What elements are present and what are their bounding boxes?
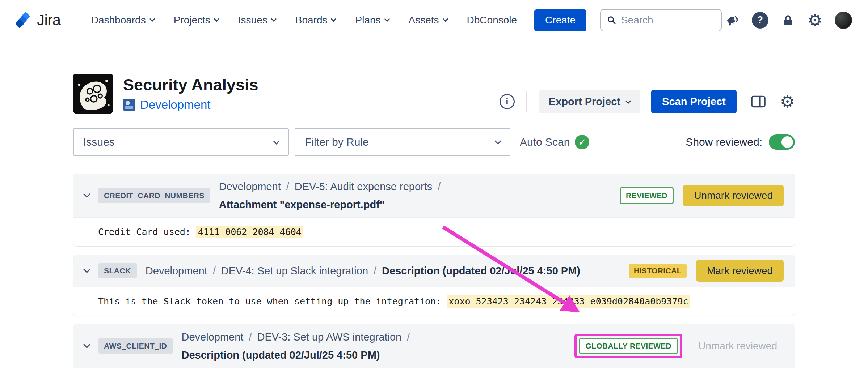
nav-boards[interactable]: Boards [295, 14, 336, 26]
status-badge: HISTORICAL [629, 264, 687, 278]
nav-assets-label: Assets [409, 14, 439, 26]
show-reviewed-control: Show reviewed: [686, 134, 795, 150]
project-titles: Security Analysis Development [123, 76, 258, 112]
breadcrumb-separator: / [213, 263, 216, 278]
nav-dashboards[interactable]: Dashboards [91, 14, 154, 26]
jira-logo-icon [16, 12, 33, 29]
unmark-reviewed-button[interactable]: Unmark reviewed [683, 185, 784, 206]
chevron-down-icon [442, 16, 448, 22]
breadcrumb-separator: / [438, 179, 441, 194]
toggle-knob [781, 136, 793, 148]
collapse-chevron-icon[interactable] [83, 266, 90, 273]
nav-issues[interactable]: Issues [238, 14, 276, 26]
rule-filter-value: Filter by Rule [305, 136, 369, 148]
breadcrumb: Development / DEV-3: Set up AWS integrat… [182, 329, 566, 363]
chevron-down-icon [331, 16, 337, 22]
breadcrumb-project: Development [219, 179, 281, 194]
nav-assets[interactable]: Assets [409, 14, 447, 26]
export-project-label: Export Project [549, 96, 620, 108]
breadcrumb-separator: / [407, 329, 410, 345]
snippet-secret-highlight: 4111 0062 2084 4604 [196, 226, 303, 238]
collapse-chevron-icon[interactable] [83, 191, 90, 198]
project-page: Security Analysis Development i Export P… [73, 74, 795, 376]
announcement-icon[interactable] [724, 13, 740, 28]
board-layout-icon[interactable] [750, 93, 767, 110]
project-link[interactable]: Development [140, 98, 210, 112]
search-box[interactable] [600, 9, 722, 31]
project-settings-gear-icon[interactable]: ⚙ [780, 93, 795, 110]
breadcrumb: Development / DEV-4: Set up Slack integr… [146, 263, 580, 278]
finding-header[interactable]: CREDIT_CARD_NUMBERS Development / DEV-5:… [73, 174, 795, 217]
nav-projects[interactable]: Projects [174, 14, 219, 26]
breadcrumb-location: Description (updated 02/Jul/25 4:50 PM) [182, 347, 380, 363]
show-reviewed-toggle[interactable] [769, 134, 795, 150]
scan-project-button[interactable]: Scan Project [651, 90, 737, 113]
finding-actions: GLOBALLY REVIEWED Unmark reviewed [574, 334, 784, 358]
export-project-button[interactable]: Export Project [539, 90, 640, 113]
info-icon[interactable]: i [500, 94, 515, 109]
nav-boards-label: Boards [295, 14, 328, 26]
chevron-down-icon [494, 138, 501, 144]
check-circle-icon: ✓ [575, 135, 589, 149]
annotation-highlight-box: GLOBALLY REVIEWED [574, 334, 682, 358]
breadcrumb-project: Development [182, 329, 244, 345]
lock-icon[interactable] [781, 13, 795, 27]
nav-issues-label: Issues [238, 14, 267, 26]
finding-header[interactable]: SLACK Development / DEV-4: Set up Slack … [73, 255, 795, 287]
nav-projects-label: Projects [174, 14, 210, 26]
mark-reviewed-button[interactable]: Mark reviewed [696, 260, 784, 282]
top-navigation-bar: Jira Dashboards Projects Issues Boards P… [0, 0, 868, 40]
auto-scan-status: Auto Scan ✓ [520, 135, 589, 149]
vertical-divider [526, 91, 527, 112]
rule-badge: AWS_CLIENT_ID [98, 338, 173, 354]
project-actions: i Export Project Scan Project ⚙ [500, 90, 795, 113]
status-badge: GLOBALLY REVIEWED [579, 338, 678, 354]
finding-header[interactable]: AWS_CLIENT_ID Development / DEV-3: Set u… [73, 324, 795, 368]
search-icon [607, 14, 617, 26]
issues-filter-value: Issues [83, 136, 115, 148]
project-subtitle: Development [123, 98, 258, 112]
project-avatar [73, 74, 113, 114]
breadcrumb-separator: / [286, 179, 289, 194]
help-icon[interactable]: ? [752, 12, 768, 29]
finding-snippet: The AWS access key should look like AKIA… [73, 368, 795, 376]
jira-logo[interactable]: Jira [16, 12, 61, 29]
user-avatar[interactable] [835, 12, 852, 29]
issues-filter-select[interactable]: Issues [73, 128, 289, 156]
rule-badge: SLACK [98, 263, 137, 278]
top-right-icons: ? ⚙ [724, 12, 852, 29]
snippet-text: This is the Slack token to use when sett… [98, 296, 447, 307]
chevron-down-icon [384, 16, 390, 22]
finding-actions: REVIEWED Unmark reviewed [620, 185, 784, 206]
breadcrumb-issue: DEV-4: Set up Slack integration [221, 263, 368, 278]
finding-card-aws: AWS_CLIENT_ID Development / DEV-3: Set u… [73, 324, 795, 376]
main-nav: Dashboards Projects Issues Boards Plans … [91, 14, 517, 26]
chevron-down-icon [273, 138, 279, 144]
breadcrumb-issue: DEV-3: Set up AWS integration [257, 329, 401, 345]
snippet-text: Credit Card used: [98, 227, 196, 237]
status-badge: REVIEWED [620, 187, 674, 204]
project-mini-icon [123, 99, 135, 111]
finding-snippet: This is the Slack token to use when sett… [73, 287, 795, 316]
settings-gear-icon[interactable]: ⚙ [808, 12, 822, 29]
chevron-down-icon [214, 16, 220, 22]
unmark-reviewed-button-disabled: Unmark reviewed [692, 340, 784, 352]
nav-dbconsole[interactable]: DbConsole [467, 14, 517, 26]
collapse-chevron-icon[interactable] [83, 341, 90, 348]
create-button[interactable]: Create [534, 9, 586, 31]
chevron-down-icon [625, 98, 631, 104]
nav-dbconsole-label: DbConsole [467, 14, 517, 26]
nav-plans[interactable]: Plans [355, 14, 389, 26]
rule-filter-select[interactable]: Filter by Rule [295, 128, 510, 156]
nav-dashboards-label: Dashboards [91, 14, 146, 26]
breadcrumb-separator: / [249, 329, 252, 345]
finding-card-slack: SLACK Development / DEV-4: Set up Slack … [73, 255, 795, 316]
chevron-down-icon [149, 16, 155, 22]
breadcrumb-issue: DEV-5: Audit expense reports [295, 179, 432, 194]
show-reviewed-label: Show reviewed: [686, 136, 762, 148]
search-input[interactable] [621, 14, 715, 26]
snippet-secret-highlight: xoxo-523423-234243-234233-e039d02840a0b9… [447, 295, 690, 308]
project-header: Security Analysis Development i Export P… [73, 74, 795, 114]
breadcrumb-location: Attachment "expense-report.pdf" [219, 197, 385, 212]
nav-plans-label: Plans [355, 14, 380, 26]
